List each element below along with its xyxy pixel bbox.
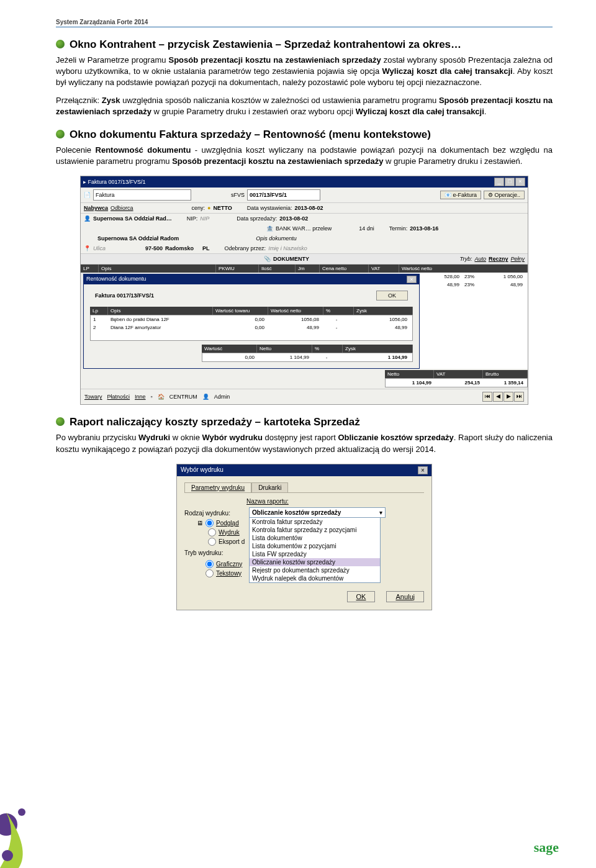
centrum-label: CENTRUM	[169, 394, 197, 400]
window-buttons[interactable]: _□×	[494, 178, 525, 186]
nav-buttons[interactable]: ⏮◀▶⏭	[482, 392, 524, 402]
radio-tekstowy[interactable]: Tekstowy	[205, 569, 246, 577]
radio-wydruk[interactable]: Wydruk	[197, 528, 246, 536]
svg-point-2	[2, 850, 13, 861]
efaktura-button[interactable]: 📧 e-Faktura	[440, 191, 481, 199]
nazwa-raportu-label: Nazwa raportu:	[246, 498, 289, 505]
tryb-label: Tryb:	[460, 256, 472, 262]
zip-value: 97-500	[145, 245, 163, 251]
netto-label: NETTO	[214, 205, 232, 211]
modal-doc-label: Faktura 0017/13/FVS/1	[95, 292, 154, 299]
svg-point-1	[18, 808, 25, 816]
list-item[interactable]: Obliczanie kosztów sprzedaży	[250, 558, 380, 566]
tab-inne[interactable]: Inne	[135, 394, 146, 400]
operacje-button[interactable]: ⚙ Operacje..	[484, 191, 525, 199]
tab-odbiorca[interactable]: Odbiorca	[111, 205, 133, 211]
tab-parametry[interactable]: Parametry wydruku	[184, 482, 251, 492]
list-item[interactable]: Wydruk nalepek dla dokumentów	[250, 574, 380, 582]
sage-logo: sage	[534, 839, 559, 856]
bullet-icon	[56, 130, 65, 138]
section-title: Raport naliczający koszty sprzedaży – ka…	[70, 416, 360, 428]
nav-prev-icon[interactable]: ◀	[493, 392, 503, 402]
admin-label: Admin	[214, 394, 230, 400]
list-item[interactable]: Lista dokumentów	[250, 534, 380, 542]
nip-label: NIP:	[187, 215, 198, 222]
bullet-icon	[56, 40, 65, 48]
contractor-full: Supernowa SA Oddział Radom	[97, 235, 179, 242]
ok-button[interactable]: OK	[347, 591, 376, 602]
decorative-graphic	[0, 769, 56, 868]
table-row: 528,0023%1 056,00	[420, 273, 528, 281]
maximize-icon[interactable]: □	[505, 178, 515, 186]
table-row: 48,9923%48,99	[420, 281, 528, 289]
series-label: sFVS	[231, 192, 245, 198]
section-title: Okno dokumentu Faktura sprzedaży – Rento…	[70, 129, 431, 141]
radio-podglad[interactable]: 🖥 Podgląd	[197, 519, 246, 527]
table-row: 1Bęben do pralki Diana 12F0,001056,08-10…	[91, 315, 412, 323]
paragraph: Polecenie Rentowność dokumentu - uwzględ…	[56, 145, 553, 167]
anuluj-button[interactable]: Anuluj	[386, 591, 424, 602]
section-okno-dokumentu: Okno dokumentu Faktura sprzedaży – Rento…	[56, 129, 553, 405]
tab-nabywca[interactable]: Nabywca	[84, 205, 108, 211]
doc-number-field[interactable]: 0017/13/FVS/1	[247, 189, 320, 201]
window-titlebar: ▸ Faktura 0017/13/FVS/1 _□×	[81, 176, 528, 188]
tab-towary[interactable]: Towary	[84, 394, 102, 400]
rodzaj-label: Rodzaj wydruku:	[184, 510, 246, 517]
nav-first-icon[interactable]: ⏮	[482, 392, 492, 402]
list-item[interactable]: Kontrola faktur sprzedaży z pozycjami	[250, 526, 380, 534]
table-header: LPOpisPKWiUIlośćJmCena nettoVATWartość n…	[81, 264, 528, 273]
list-item[interactable]: Lista dokumentów z pozycjami	[250, 542, 380, 550]
dokumenty-label: DOKUMENTY	[273, 256, 309, 262]
coin-icon: ●	[207, 205, 210, 211]
nip-value: NIP	[200, 215, 209, 222]
close-icon[interactable]: ×	[418, 466, 428, 474]
ok-button[interactable]: OK	[376, 291, 408, 301]
tab-drukarki[interactable]: Drukarki	[251, 482, 288, 492]
city-value: Radomsko	[165, 245, 194, 251]
date-issue-value: 2013-08-02	[294, 205, 323, 211]
doc-desc: Opis dokumentu	[256, 235, 297, 242]
modal-rentownosc: Rentowność dokumentu× Faktura 0017/13/FV…	[83, 274, 420, 369]
bank-info return: BANK WAR… przelew	[276, 225, 332, 232]
tab-platnosci[interactable]: Płatności	[107, 394, 130, 400]
close-icon[interactable]: ×	[515, 178, 525, 186]
paragraph: Jeżeli w Parametrze programu Sposób prez…	[56, 55, 553, 89]
dialog-titlebar: Wybór wydruku×	[177, 464, 431, 476]
list-item[interactable]: Kontrola faktur sprzedaży	[250, 518, 380, 526]
paragraph: Po wybraniu przycisku Wydruki w oknie Wy…	[56, 432, 553, 454]
country-value: PL	[202, 245, 210, 251]
address-icon: 📍	[84, 245, 91, 251]
list-item[interactable]: Lista FW sprzedaży	[250, 550, 380, 558]
section-title: Okno Kontrahent – przycisk Zestawienia –…	[70, 38, 461, 51]
section-okno-kontrahent: Okno Kontrahent – przycisk Zestawienia –…	[56, 38, 553, 117]
tryb-auto[interactable]: Auto	[474, 256, 486, 262]
radio-eksport[interactable]: Eksport d	[197, 538, 246, 546]
screenshot-faktura: ▸ Faktura 0017/13/FVS/1 _□× 📄 Faktura sF…	[80, 176, 528, 405]
user-icon: 👤	[202, 394, 209, 400]
nav-next-icon[interactable]: ▶	[503, 392, 513, 402]
termin-value: 2013-08-16	[410, 225, 438, 232]
nav-last-icon[interactable]: ⏭	[514, 392, 524, 402]
contractor-icon: 👤	[84, 215, 91, 222]
close-icon[interactable]: ×	[407, 276, 417, 283]
report-select[interactable]: Obliczanie kosztów sprzedaży▾	[249, 507, 386, 518]
contractor-name: Supernowa SA Oddział Rad…	[93, 215, 172, 222]
list-item[interactable]: Rejestr po dokumentach sprzedaży	[250, 566, 380, 574]
radio-graficzny[interactable]: Graficzny	[205, 560, 246, 568]
minimize-icon[interactable]: _	[494, 178, 504, 186]
tryb-label: Tryb wydruku:	[184, 549, 246, 556]
svg-point-0	[0, 813, 17, 836]
bank-icon: 🏦	[266, 225, 273, 232]
doc-icon: 📄	[84, 192, 91, 198]
screenshot-wybor-wydruku: Wybór wydruku× Parametry wydruku Drukark…	[176, 464, 432, 610]
home-icon: 🏠	[158, 394, 165, 400]
paragraph: Przełącznik: Zysk uwzględnia sposób nali…	[56, 95, 553, 117]
tryb-reczny[interactable]: Ręczny	[489, 256, 508, 262]
report-dropdown-list[interactable]: Kontrola faktur sprzedaży Kontrola faktu…	[249, 517, 381, 583]
doc-type-field[interactable]: Faktura	[93, 189, 191, 201]
termin-label: Termin:	[389, 225, 408, 232]
date-issue-label: Data wystawienia:	[247, 205, 292, 211]
ceny-label: ceny:	[192, 205, 205, 211]
section-raport: Raport naliczający koszty sprzedaży – ka…	[56, 416, 553, 610]
tryb-pelny[interactable]: Pełny	[510, 256, 525, 262]
